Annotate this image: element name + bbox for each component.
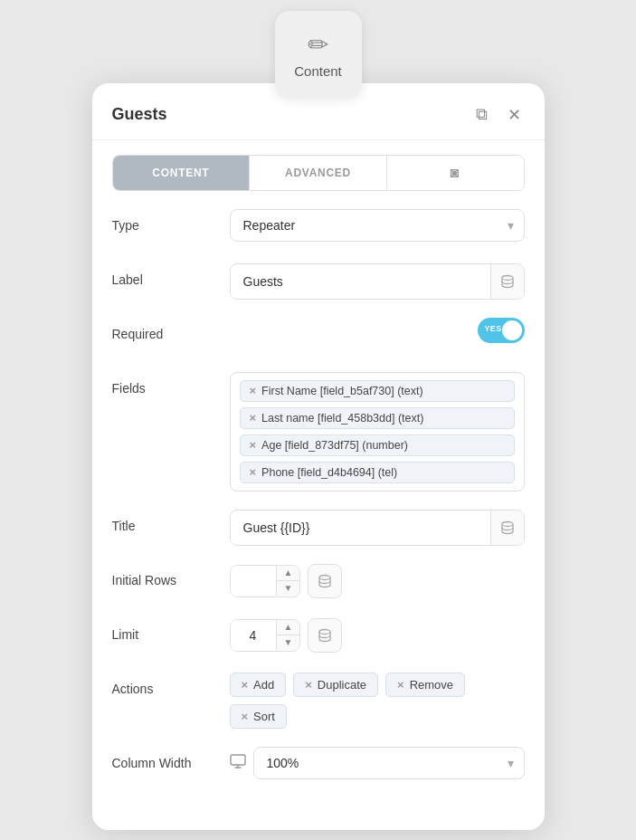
panel: Guests ⧉ ✕ CONTENT ADVANCED ◙ Type	[92, 83, 545, 830]
list-item: × Age [field_873df75] (number)	[240, 434, 515, 456]
type-select-wrapper: Repeater Text Number Select ▾	[230, 209, 525, 242]
initial-rows-input-wrapper: ▲ ▼	[230, 565, 301, 597]
required-label: Required	[112, 318, 230, 341]
required-control: YES	[230, 318, 525, 343]
form-body: Type Repeater Text Number Select ▾ L	[92, 191, 545, 783]
title-input-wrapper	[230, 510, 525, 546]
tag-remove-icon[interactable]: ×	[250, 466, 257, 478]
list-item: × Phone [field_d4b4694] (tel)	[240, 462, 515, 483]
monitor-icon	[230, 754, 246, 772]
title-label: Title	[112, 510, 230, 533]
tag-label: Age [field_873df75] (number)	[261, 439, 408, 452]
title-row: Title	[112, 510, 525, 546]
type-label: Type	[112, 209, 230, 233]
tab-advanced[interactable]: ADVANCED	[250, 156, 387, 190]
svg-point-1	[502, 521, 513, 526]
column-width-label: Column Width	[112, 747, 230, 770]
column-width-select-wrapper: 100% 50% 33% 25% ▾	[230, 747, 525, 779]
label-label: Label	[112, 263, 230, 287]
initial-rows-input[interactable]	[231, 566, 276, 597]
svg-point-2	[319, 575, 330, 579]
outer-wrapper: ✏ Content Guests ⧉ ✕ CONTENT ADVANCED ◙	[92, 11, 545, 830]
list-item: × Remove	[385, 673, 465, 697]
initial-rows-row: Initial Rows ▲ ▼	[112, 564, 525, 600]
tag-remove-icon[interactable]: ×	[250, 385, 257, 396]
svg-rect-4	[231, 755, 245, 765]
column-width-select-wrapper-inner: 100% 50% 33% 25% ▾	[253, 747, 525, 779]
type-control: Repeater Text Number Select ▾	[230, 209, 525, 242]
initial-rows-controls: ▲ ▼	[230, 564, 525, 598]
tab-content[interactable]: CONTENT	[113, 156, 251, 190]
svg-point-0	[502, 275, 513, 280]
limit-input[interactable]	[231, 620, 276, 651]
fields-row: Fields × First Name [field_b5af730] (tex…	[112, 372, 525, 492]
required-row: Required YES	[112, 318, 525, 354]
list-item: × Sort	[230, 704, 287, 729]
limit-label: Limit	[112, 618, 230, 642]
title-input[interactable]	[231, 512, 490, 543]
fields-control: × First Name [field_b5af730] (text) × La…	[230, 372, 525, 492]
floating-icon-card: ✏ Content	[275, 11, 362, 98]
close-button[interactable]: ✕	[504, 103, 525, 127]
panel-title: Guests	[112, 105, 167, 124]
title-db-icon	[490, 511, 524, 545]
header-icons: ⧉ ✕	[472, 103, 525, 127]
label-row: Label	[112, 263, 525, 300]
fields-label: Fields	[112, 372, 230, 396]
label-control	[230, 263, 525, 300]
type-select[interactable]: Repeater Text Number Select	[230, 209, 525, 242]
column-width-select[interactable]: 100% 50% 33% 25%	[253, 747, 525, 779]
tag-label: Phone [field_d4b4694] (tel)	[261, 466, 397, 479]
list-item: × Add	[230, 673, 287, 697]
column-width-text: Column Width	[112, 756, 192, 770]
label-input[interactable]	[231, 266, 490, 297]
tag-remove-icon[interactable]: ×	[305, 679, 312, 691]
tag-remove-icon[interactable]: ×	[397, 679, 404, 691]
svg-point-3	[319, 629, 330, 634]
initial-rows-control: ▲ ▼	[230, 564, 525, 598]
label-input-wrapper	[230, 263, 525, 300]
actions-tags: × Add × Duplicate × Remove ×	[230, 673, 525, 729]
limit-input-wrapper: ▲ ▼	[230, 619, 301, 652]
close-icon: ✕	[508, 105, 521, 125]
limit-controls: ▲ ▼	[230, 618, 525, 653]
tag-remove-icon[interactable]: ×	[242, 711, 249, 722]
limit-up[interactable]: ▲	[277, 620, 300, 635]
tag-label: First Name [field_b5af730] (text)	[261, 385, 423, 397]
limit-stepper: ▲ ▼	[276, 620, 300, 650]
tag-label: Duplicate	[318, 678, 366, 692]
tag-remove-icon[interactable]: ×	[250, 412, 257, 424]
actions-row: Actions × Add × Duplicate × Rem	[112, 673, 525, 729]
list-item: × Duplicate	[293, 673, 378, 697]
label-db-icon	[490, 264, 524, 299]
limit-control: ▲ ▼	[230, 618, 525, 653]
actions-control: × Add × Duplicate × Remove ×	[230, 673, 525, 729]
list-item: × Last name [field_458b3dd] (text)	[240, 407, 515, 429]
limit-down[interactable]: ▼	[277, 635, 300, 650]
tag-label: Remove	[410, 678, 453, 692]
tabs: CONTENT ADVANCED ◙	[112, 155, 525, 191]
initial-rows-label: Initial Rows	[112, 564, 230, 587]
fields-tags-container: × First Name [field_b5af730] (text) × La…	[230, 372, 525, 492]
required-toggle[interactable]: YES	[478, 318, 525, 343]
initial-rows-db-icon	[308, 564, 342, 598]
tag-remove-icon[interactable]: ×	[250, 439, 257, 451]
toggle-row: YES	[230, 318, 525, 343]
tag-label: Last name [field_458b3dd] (text)	[261, 412, 423, 425]
tag-label: Sort	[253, 710, 275, 723]
tag-remove-icon[interactable]: ×	[242, 679, 249, 691]
tag-label: Add	[253, 678, 274, 692]
limit-db-icon	[308, 618, 342, 653]
duplicate-icon: ⧉	[476, 105, 488, 124]
limit-row: Limit ▲ ▼	[112, 618, 525, 654]
pencil-icon: ✏	[308, 30, 328, 60]
initial-rows-up[interactable]: ▲	[277, 566, 300, 581]
floating-icon-label: Content	[294, 63, 342, 79]
title-control	[230, 510, 525, 546]
initial-rows-down[interactable]: ▼	[277, 581, 300, 596]
column-width-control: 100% 50% 33% 25% ▾	[230, 747, 525, 779]
toggle-yes-label: YES	[485, 324, 502, 333]
duplicate-button[interactable]: ⧉	[472, 103, 491, 126]
initial-rows-stepper: ▲ ▼	[276, 566, 300, 596]
tab-icon[interactable]: ◙	[387, 156, 524, 190]
